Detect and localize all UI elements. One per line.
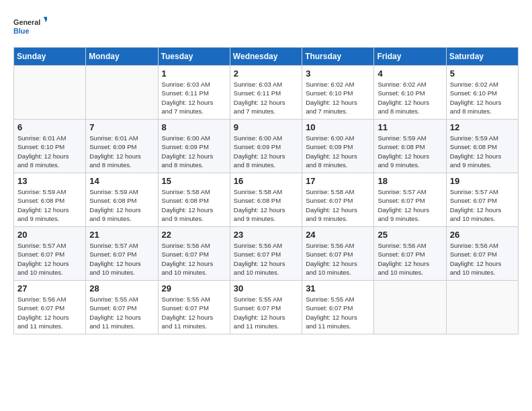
day-number: 27	[17, 283, 82, 293]
day-header-monday: Monday	[86, 48, 158, 66]
day-number: 10	[306, 122, 370, 132]
calendar-cell: 8Sunrise: 6:00 AMSunset: 6:09 PMDaylight…	[158, 120, 230, 173]
day-number: 1	[162, 68, 226, 79]
calendar-cell: 1Sunrise: 6:03 AMSunset: 6:11 PMDaylight…	[158, 66, 230, 120]
day-info: Sunrise: 5:56 AMSunset: 6:07 PMDaylight:…	[450, 241, 515, 277]
day-info: Sunrise: 6:00 AMSunset: 6:09 PMDaylight:…	[234, 134, 298, 169]
day-info: Sunrise: 5:56 AMSunset: 6:07 PMDaylight:…	[162, 241, 226, 277]
calendar-cell: 24Sunrise: 5:56 AMSunset: 6:07 PMDayligh…	[302, 227, 374, 281]
day-number: 5	[450, 68, 515, 79]
calendar-cell: 11Sunrise: 5:59 AMSunset: 6:08 PMDayligh…	[374, 120, 446, 173]
calendar-cell: 3Sunrise: 6:02 AMSunset: 6:10 PMDaylight…	[302, 66, 374, 120]
day-number: 13	[17, 176, 82, 186]
calendar-cell: 23Sunrise: 5:56 AMSunset: 6:07 PMDayligh…	[230, 227, 302, 281]
calendar-cell: 20Sunrise: 5:57 AMSunset: 6:07 PMDayligh…	[14, 227, 86, 281]
calendar-cell: 19Sunrise: 5:57 AMSunset: 6:07 PMDayligh…	[446, 173, 518, 227]
day-number: 9	[234, 122, 298, 132]
day-number: 28	[89, 283, 154, 293]
day-info: Sunrise: 5:57 AMSunset: 6:07 PMDaylight:…	[17, 241, 82, 277]
day-info: Sunrise: 5:56 AMSunset: 6:07 PMDaylight:…	[234, 241, 298, 277]
svg-text:General: General	[13, 18, 40, 26]
day-info: Sunrise: 5:55 AMSunset: 6:07 PMDaylight:…	[234, 295, 298, 330]
day-number: 2	[234, 68, 298, 79]
day-number: 30	[234, 283, 298, 293]
day-info: Sunrise: 5:59 AMSunset: 6:08 PMDaylight:…	[17, 187, 82, 223]
day-info: Sunrise: 5:56 AMSunset: 6:07 PMDaylight:…	[378, 241, 442, 277]
day-header-sunday: Sunday	[14, 48, 86, 66]
day-info: Sunrise: 5:57 AMSunset: 6:07 PMDaylight:…	[378, 187, 442, 223]
calendar-cell: 6Sunrise: 6:01 AMSunset: 6:10 PMDaylight…	[14, 120, 86, 173]
calendar-week-5: 27Sunrise: 5:56 AMSunset: 6:07 PMDayligh…	[14, 281, 519, 334]
day-info: Sunrise: 5:58 AMSunset: 6:07 PMDaylight:…	[306, 187, 370, 223]
day-number: 8	[162, 122, 226, 132]
calendar-cell: 14Sunrise: 5:59 AMSunset: 6:08 PMDayligh…	[86, 173, 158, 227]
calendar-cell: 16Sunrise: 5:58 AMSunset: 6:08 PMDayligh…	[230, 173, 302, 227]
day-info: Sunrise: 6:03 AMSunset: 6:11 PMDaylight:…	[234, 80, 298, 116]
calendar-cell: 15Sunrise: 5:58 AMSunset: 6:08 PMDayligh…	[158, 173, 230, 227]
day-number: 23	[234, 230, 298, 240]
day-number: 20	[17, 230, 82, 240]
day-number: 11	[378, 122, 442, 132]
logo-svg: General Blue	[13, 13, 47, 40]
day-number: 29	[162, 283, 226, 293]
calendar-cell	[14, 66, 86, 120]
day-number: 22	[162, 230, 226, 240]
calendar-cell: 30Sunrise: 5:55 AMSunset: 6:07 PMDayligh…	[230, 281, 302, 334]
day-info: Sunrise: 6:01 AMSunset: 6:09 PMDaylight:…	[89, 134, 154, 169]
calendar-cell: 22Sunrise: 5:56 AMSunset: 6:07 PMDayligh…	[158, 227, 230, 281]
calendar-week-2: 6Sunrise: 6:01 AMSunset: 6:10 PMDaylight…	[14, 120, 519, 173]
day-number: 26	[450, 230, 515, 240]
calendar-cell: 7Sunrise: 6:01 AMSunset: 6:09 PMDaylight…	[86, 120, 158, 173]
day-info: Sunrise: 5:56 AMSunset: 6:07 PMDaylight:…	[306, 241, 370, 277]
day-info: Sunrise: 6:00 AMSunset: 6:09 PMDaylight:…	[306, 134, 370, 169]
calendar-cell: 5Sunrise: 6:02 AMSunset: 6:10 PMDaylight…	[446, 66, 518, 120]
day-info: Sunrise: 6:00 AMSunset: 6:09 PMDaylight:…	[162, 134, 226, 169]
calendar-cell: 9Sunrise: 6:00 AMSunset: 6:09 PMDaylight…	[230, 120, 302, 173]
day-info: Sunrise: 5:55 AMSunset: 6:07 PMDaylight:…	[162, 295, 226, 330]
calendar-cell: 28Sunrise: 5:55 AMSunset: 6:07 PMDayligh…	[86, 281, 158, 334]
calendar-cell: 17Sunrise: 5:58 AMSunset: 6:07 PMDayligh…	[302, 173, 374, 227]
calendar-cell: 31Sunrise: 5:55 AMSunset: 6:07 PMDayligh…	[302, 281, 374, 334]
day-info: Sunrise: 6:03 AMSunset: 6:11 PMDaylight:…	[162, 80, 226, 116]
day-info: Sunrise: 5:59 AMSunset: 6:08 PMDaylight:…	[89, 187, 154, 223]
day-header-thursday: Thursday	[302, 48, 374, 66]
day-info: Sunrise: 5:58 AMSunset: 6:08 PMDaylight:…	[162, 187, 226, 223]
page-header: General Blue	[13, 13, 519, 40]
calendar-cell: 21Sunrise: 5:57 AMSunset: 6:07 PMDayligh…	[86, 227, 158, 281]
calendar-body: 1Sunrise: 6:03 AMSunset: 6:11 PMDaylight…	[14, 66, 519, 334]
day-info: Sunrise: 5:57 AMSunset: 6:07 PMDaylight:…	[450, 187, 515, 223]
svg-marker-2	[44, 17, 47, 22]
day-number: 21	[89, 230, 154, 240]
day-info: Sunrise: 5:59 AMSunset: 6:08 PMDaylight:…	[378, 134, 442, 169]
calendar-cell: 2Sunrise: 6:03 AMSunset: 6:11 PMDaylight…	[230, 66, 302, 120]
day-header-friday: Friday	[374, 48, 446, 66]
day-number: 19	[450, 176, 515, 186]
day-number: 17	[306, 176, 370, 186]
day-info: Sunrise: 6:02 AMSunset: 6:10 PMDaylight:…	[306, 80, 370, 116]
day-info: Sunrise: 6:02 AMSunset: 6:10 PMDaylight:…	[378, 80, 442, 116]
day-info: Sunrise: 6:01 AMSunset: 6:10 PMDaylight:…	[17, 134, 82, 169]
calendar-cell: 26Sunrise: 5:56 AMSunset: 6:07 PMDayligh…	[446, 227, 518, 281]
day-number: 12	[450, 122, 515, 132]
day-header-saturday: Saturday	[446, 48, 518, 66]
day-number: 14	[89, 176, 154, 186]
day-info: Sunrise: 6:02 AMSunset: 6:10 PMDaylight:…	[450, 80, 515, 116]
calendar-cell: 18Sunrise: 5:57 AMSunset: 6:07 PMDayligh…	[374, 173, 446, 227]
day-number: 15	[162, 176, 226, 186]
day-number: 25	[378, 230, 442, 240]
day-number: 4	[378, 68, 442, 79]
calendar-cell: 29Sunrise: 5:55 AMSunset: 6:07 PMDayligh…	[158, 281, 230, 334]
day-number: 16	[234, 176, 298, 186]
day-info: Sunrise: 5:57 AMSunset: 6:07 PMDaylight:…	[89, 241, 154, 277]
calendar-cell: 12Sunrise: 5:59 AMSunset: 6:08 PMDayligh…	[446, 120, 518, 173]
calendar-cell: 27Sunrise: 5:56 AMSunset: 6:07 PMDayligh…	[14, 281, 86, 334]
day-info: Sunrise: 5:58 AMSunset: 6:08 PMDaylight:…	[234, 187, 298, 223]
calendar-cell: 25Sunrise: 5:56 AMSunset: 6:07 PMDayligh…	[374, 227, 446, 281]
day-info: Sunrise: 5:59 AMSunset: 6:08 PMDaylight:…	[450, 134, 515, 169]
day-info: Sunrise: 5:55 AMSunset: 6:07 PMDaylight:…	[306, 295, 370, 330]
day-info: Sunrise: 5:56 AMSunset: 6:07 PMDaylight:…	[17, 295, 82, 330]
calendar-cell	[446, 281, 518, 334]
day-number: 24	[306, 230, 370, 240]
calendar-week-3: 13Sunrise: 5:59 AMSunset: 6:08 PMDayligh…	[14, 173, 519, 227]
day-header-tuesday: Tuesday	[158, 48, 230, 66]
